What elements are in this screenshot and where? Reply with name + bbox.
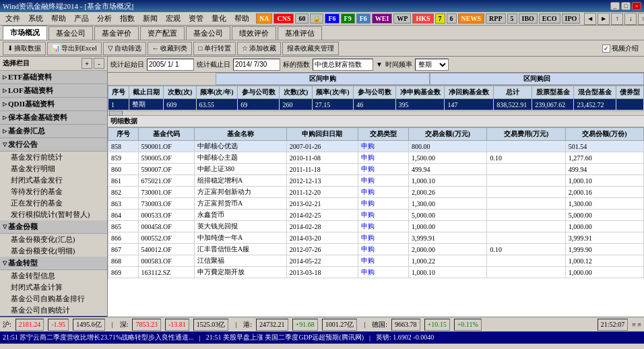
tab-market-overview[interactable]: 市场概况 <box>3 26 47 40</box>
sidebar-item-share-change-sum[interactable]: 基金份额变化(汇总) <box>0 234 107 245</box>
indicator-ipo[interactable]: IPO <box>562 13 581 24</box>
nav-up[interactable]: ↑ <box>611 13 623 25</box>
sidebar-item-share-change-detail[interactable]: 基金份额变化(明细) <box>0 245 107 257</box>
td-net-rep: 147 <box>445 99 494 110</box>
indicator-f6[interactable]: F6 <box>325 13 339 24</box>
section-header-purchase: 区间申购 <box>216 73 430 85</box>
sidebar-item-sim-stat[interactable]: 发行模拟统计(暂时替人) <box>0 209 107 220</box>
menu-fund[interactable]: 资管 <box>185 13 207 24</box>
index-input[interactable] <box>313 59 373 71</box>
group-fund-transform-header[interactable]: ▽ 基金转型 <box>0 257 107 270</box>
start-date-input[interactable] <box>147 59 194 71</box>
menu-help1[interactable]: 帮助 <box>47 13 70 24</box>
indicator-cns[interactable]: CNS <box>273 13 294 24</box>
detail-cell: 163112.SZ <box>138 267 194 278</box>
scrollbar-thumb[interactable] <box>109 110 123 116</box>
indicator-f9[interactable]: F9 <box>341 13 355 24</box>
menu-index[interactable]: 指数 <box>116 13 139 24</box>
indicator-5[interactable]: 5 <box>507 13 517 24</box>
tab-benchmark[interactable]: 基准评估 <box>278 26 322 40</box>
detail-cell: 1,000.00 <box>409 221 487 232</box>
btn-auto-filter[interactable]: ▽ 自动筛选 <box>103 42 146 55</box>
sidebar-item-company-buy-rank[interactable]: 基金公司自购基金排行 <box>0 293 107 305</box>
close-button[interactable]: × <box>632 2 641 10</box>
menu-help2[interactable]: 帮助 <box>230 13 253 24</box>
nav-back[interactable]: ◄ <box>584 13 596 25</box>
menu-quant[interactable]: 量化 <box>207 13 230 24</box>
freq-select[interactable]: 整期 月 季 年 <box>415 59 449 71</box>
indicator-eco[interactable]: ECO <box>539 13 560 24</box>
btn-fetch-data[interactable]: ⬇ 摘取数据 <box>3 42 46 55</box>
btn-add-favorite[interactable]: ☆ 添加收藏 <box>237 42 281 55</box>
td-date: 整期 <box>129 99 164 110</box>
minimize-button[interactable]: _ <box>610 2 620 10</box>
tab-fund-evaluation[interactable]: 基金评价 <box>94 26 139 40</box>
end-date-input[interactable] <box>233 59 280 71</box>
checkbox-video[interactable]: ✓ 视频介绍 <box>600 44 641 53</box>
sidebar-item-transform-info[interactable]: 基金转型信息 <box>0 270 107 282</box>
detail-scroll[interactable]: 序号 基金代码 基金名称 申购回归日期 交易类型 交易金额(万元) 交易费用(万… <box>108 127 644 317</box>
menu-news[interactable]: 新闻 <box>139 13 162 24</box>
detail-cell: 540012.OF <box>138 244 194 255</box>
detail-cell: 3,999.91 <box>565 232 643 244</box>
menu-file[interactable]: 文件 <box>1 13 24 24</box>
group-capital-header[interactable]: ▷ 保本基金基础资料 <box>0 111 107 125</box>
menu-analysis[interactable]: 分析 <box>93 13 116 24</box>
indicator-wei[interactable]: WEI <box>372 13 393 24</box>
tab-fund-company2[interactable]: 基金公司 <box>186 26 230 40</box>
group-qdii-header[interactable]: ▷ QDII基础资料 <box>0 98 107 111</box>
nav-forward[interactable]: ► <box>598 13 610 25</box>
indicator-ibo[interactable]: IBO <box>519 13 538 24</box>
sidebar-item-company-buy-stat[interactable]: 基金公司自购统计 <box>0 305 107 316</box>
group-fund-summary-header[interactable]: ▷ 基金券汇总 <box>0 125 107 138</box>
menu-macro[interactable]: 宏观 <box>162 13 185 24</box>
tab-asset-allocation[interactable]: 资产配置 <box>140 26 185 40</box>
status-bar: 沪: 2181.24 -1.95 1495.6亿 | 深: 7853.23 -1… <box>0 317 644 331</box>
indicator-rpp[interactable]: RPP <box>486 13 505 24</box>
btn-export-excel[interactable]: 📊 导出到Excel <box>47 42 102 55</box>
btn-single-transpose[interactable]: □ 单行转置 <box>193 42 236 55</box>
detail-cell: 申购 <box>358 164 408 175</box>
indicator-f6b[interactable]: F6 <box>356 13 371 24</box>
maximize-button[interactable]: □ <box>621 2 631 10</box>
export-icon: 📊 <box>52 44 60 52</box>
group-issuance-header[interactable]: ▽ 发行公告 <box>0 138 107 152</box>
tab-performance[interactable]: 绩效评价 <box>232 26 276 40</box>
indicator-hks[interactable]: HKS <box>412 13 433 24</box>
indicator-60[interactable]: 60 <box>295 13 309 24</box>
nav-home[interactable]: ☆ <box>638 13 644 25</box>
td-mixed: 23,452.72 <box>574 99 616 110</box>
sidebar-item-issuance-detail[interactable]: 基金发行明细 <box>0 163 107 174</box>
group-fund-share-header[interactable]: ▽ 基金份额 <box>0 220 107 234</box>
menu-product[interactable]: 产品 <box>70 13 93 24</box>
sidebar-item-waiting-issuance[interactable]: 等待发行的基金 <box>0 186 107 197</box>
sidebar-item-company-buy-analysis[interactable]: 基金公司自购行为分析 <box>0 316 107 317</box>
th-freq2: 频率(次/年) <box>312 86 354 99</box>
menu-system[interactable]: 系统 <box>24 13 47 24</box>
indicator-wp[interactable]: WP <box>393 13 411 24</box>
indicator-area: NA CNS 60 🔒 F6 F9 F6 WEI WP HKS 7 6 NEWS… <box>256 13 644 25</box>
sidebar-item-closed-issuance[interactable]: 封闭式基金发行 <box>0 174 107 186</box>
btn-collect[interactable]: ← 收藏到类 <box>148 42 193 55</box>
h-scrollbar[interactable] <box>108 110 644 116</box>
sidebar-add-btn[interactable]: + <box>82 58 92 69</box>
btn-report-manager[interactable]: 报表收藏夹管理 <box>282 42 339 55</box>
sidebar-item-closed-calc[interactable]: 封闭式基金计算 <box>0 282 107 293</box>
indicator-6[interactable]: 6 <box>447 13 457 24</box>
tab-fund-company[interactable]: 基金公司 <box>49 26 93 40</box>
indicator-na[interactable]: NA <box>256 13 272 24</box>
nav-down[interactable]: ↓ <box>624 13 637 25</box>
th-bond: 债券型 <box>616 86 643 99</box>
indicator-lock[interactable]: 🔒 <box>310 13 323 24</box>
indicator-news[interactable]: NEWS <box>458 13 484 24</box>
indicator-7[interactable]: 7 <box>435 13 445 24</box>
group-etf-header[interactable]: ▷ ETF基础资料 <box>0 71 107 84</box>
sidebar-item-in-issuance[interactable]: 正在发行的基金 <box>0 197 107 209</box>
sidebar-item-issuance-stat[interactable]: 基金发行前统计 <box>0 152 107 163</box>
video-checkbox[interactable]: ✓ <box>602 44 610 53</box>
detail-title: 明细数据 <box>110 117 137 125</box>
group-lof-header[interactable]: ▷ LOF基础资料 <box>0 84 107 98</box>
sidebar-minus-btn[interactable]: - <box>94 58 104 69</box>
detail-cell: 1,000.10 <box>409 267 487 278</box>
dropdown-btn[interactable]: ▼ <box>376 61 383 68</box>
